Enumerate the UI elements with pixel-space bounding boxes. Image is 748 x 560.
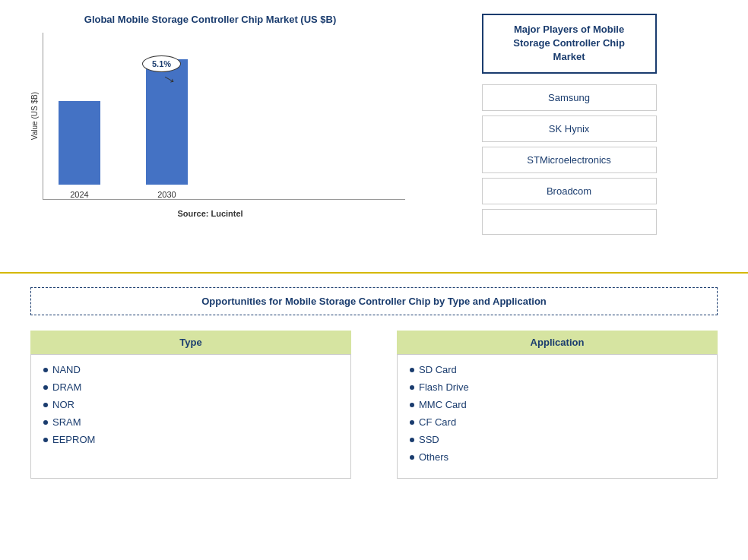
bullet-cfcard [410, 420, 414, 425]
bullet-nand [43, 368, 48, 372]
bullet-sdcard [410, 368, 414, 372]
source-label: Source: Lucintel [177, 209, 242, 218]
major-players-area: Major Players of Mobile Storage Controll… [413, 14, 725, 264]
bullet-eeprom [43, 438, 48, 442]
bar-label-2024: 2024 [70, 190, 88, 199]
bullet-mmccard [410, 403, 414, 407]
page-wrapper: Global Mobile Storage Controller Chip Ma… [0, 0, 748, 560]
type-item-eeprom: EEPROM [43, 434, 338, 445]
player-stmicro: STMicroelectronics [482, 147, 657, 173]
type-list: NAND DRAM NOR SRAM [30, 354, 351, 479]
application-header: Application [397, 331, 718, 354]
chart-inner: 5.1% → 2024 2030 [43, 33, 405, 200]
player-sk-hynix: SK Hynix [482, 115, 657, 142]
bullet-ssd [410, 438, 414, 442]
two-columns: Type NAND DRAM NOR [30, 331, 718, 479]
bullet-dram [43, 385, 48, 390]
player-empty [482, 209, 657, 235]
cagr-bubble: 5.1% → [142, 55, 181, 89]
app-item-ssd: SSD [410, 434, 705, 445]
app-item-cfcard: CF Card [410, 416, 705, 428]
chart-container: Value (US $B) 5.1% → 2024 [30, 33, 405, 200]
player-samsung: Samsung [482, 84, 657, 111]
bar-group-2024: 2024 [59, 101, 100, 199]
chart-area: Global Mobile Storage Controller Chip Ma… [23, 14, 398, 264]
type-item-nor: NOR [43, 399, 338, 410]
cagr-ellipse: 5.1% [142, 55, 181, 72]
y-axis-label: Value (US $B) [30, 92, 39, 140]
opportunities-title: Opportunities for Mobile Storage Control… [30, 287, 718, 315]
type-column: Type NAND DRAM NOR [30, 331, 351, 479]
type-item-dram: DRAM [43, 381, 338, 393]
bar-2024 [59, 101, 100, 185]
type-item-nand: NAND [43, 364, 338, 375]
top-section: Global Mobile Storage Controller Chip Ma… [0, 0, 748, 274]
bottom-section: Opportunities for Mobile Storage Control… [0, 274, 748, 492]
player-broadcom: Broadcom [482, 178, 657, 204]
app-item-mmccard: MMC Card [410, 399, 705, 410]
bar-label-2030: 2030 [157, 190, 176, 199]
type-item-sram: SRAM [43, 416, 338, 428]
major-players-title: Major Players of Mobile Storage Controll… [482, 14, 657, 74]
application-list: SD Card Flash Drive MMC Card CF Card [397, 354, 718, 479]
chart-title: Global Mobile Storage Controller Chip Ma… [84, 14, 337, 25]
app-item-others: Others [410, 451, 705, 463]
application-column: Application SD Card Flash Drive MMC Card [397, 331, 718, 479]
bullet-nor [43, 403, 48, 407]
bullet-others [410, 455, 414, 460]
chart-bars-wrapper: 5.1% → 2024 2030 [43, 33, 405, 200]
app-item-sdcard: SD Card [410, 364, 705, 375]
app-item-flashdrive: Flash Drive [410, 381, 705, 393]
type-header: Type [30, 331, 351, 354]
bullet-flashdrive [410, 385, 414, 390]
bullet-sram [43, 420, 48, 425]
